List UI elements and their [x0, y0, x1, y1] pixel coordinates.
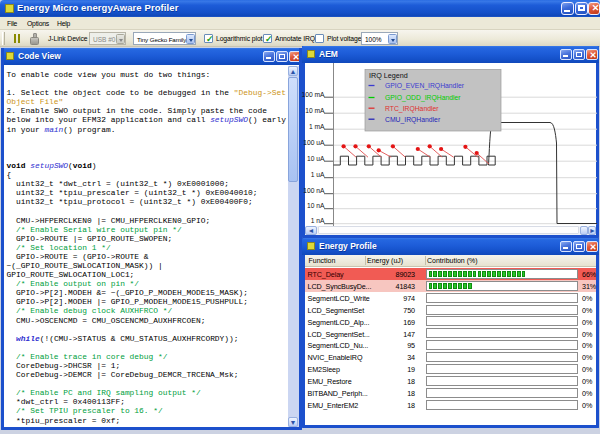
svg-text:10 nA: 10 nA: [307, 202, 325, 209]
svg-text:100 mA: 100 mA: [301, 91, 325, 98]
svg-text:RTC_IRQHandler: RTC_IRQHandler: [385, 105, 439, 113]
svg-text:100 nA: 100 nA: [303, 187, 325, 194]
svg-text:1 uA: 1 uA: [311, 171, 325, 178]
svg-text:1 mA: 1 mA: [309, 123, 325, 130]
svg-text:IRQ Legend: IRQ Legend: [369, 71, 408, 80]
svg-text:CMU_IRQHandler: CMU_IRQHandler: [385, 116, 441, 124]
svg-text:100 uA: 100 uA: [303, 139, 325, 146]
svg-text:10 uA: 10 uA: [307, 155, 325, 162]
svg-text:GPIO_EVEN_IRQHandler: GPIO_EVEN_IRQHandler: [385, 82, 465, 90]
svg-text:GPIO_ODD_IRQHandler: GPIO_ODD_IRQHandler: [385, 94, 461, 102]
svg-text:1 nA: 1 nA: [311, 217, 325, 224]
svg-text:10 mA: 10 mA: [305, 107, 325, 114]
